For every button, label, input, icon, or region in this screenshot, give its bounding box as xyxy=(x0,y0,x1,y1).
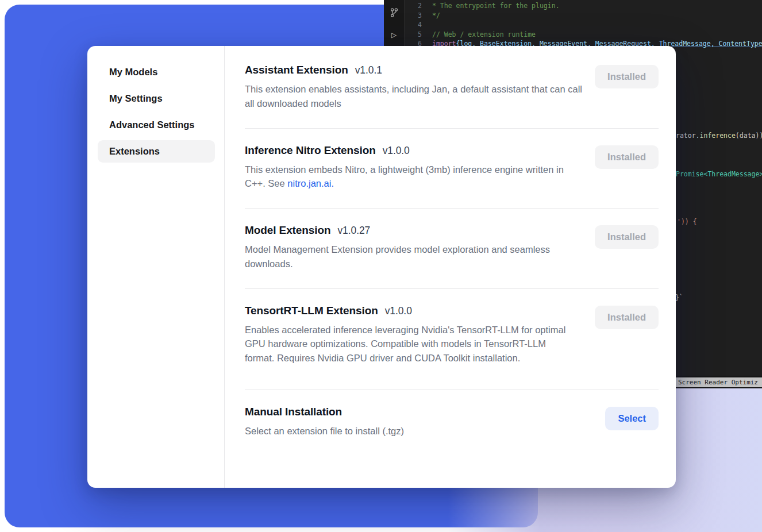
extension-version: v1.0.27 xyxy=(337,225,370,236)
extension-version: v1.0.1 xyxy=(355,64,382,76)
installed-button[interactable]: Installed xyxy=(595,225,659,249)
manual-installation-title: Manual Installation xyxy=(245,406,404,418)
line-number: 3 xyxy=(405,11,422,21)
extension-info: Assistant Extensionv1.0.1 This extension… xyxy=(245,64,585,111)
line-number: 4 xyxy=(405,20,422,30)
extension-name: Inference Nitro Extension xyxy=(245,144,376,156)
sidebar-item-advanced-settings[interactable]: Advanced Settings xyxy=(98,114,215,136)
extension-title: Assistant Extensionv1.0.1 xyxy=(245,64,585,76)
installed-button[interactable]: Installed xyxy=(595,145,659,169)
extension-title: Inference Nitro Extensionv1.0.0 xyxy=(245,144,585,157)
code-line: 3 */ xyxy=(405,11,762,21)
extension-info: Manual Installation Select an extension … xyxy=(245,406,404,438)
manual-installation-row: Manual Installation Select an extension … xyxy=(245,390,659,456)
extensions-panel: Assistant Extensionv1.0.1 This extension… xyxy=(225,46,676,488)
code-token: (data)); xyxy=(736,132,762,140)
extension-name: Assistant Extension xyxy=(245,64,348,76)
screen-reader-badge: Screen Reader Optimiz xyxy=(674,377,762,387)
extension-name: Model Extension xyxy=(245,224,330,236)
line-number: 2 xyxy=(405,1,422,11)
nitro-jan-ai-link[interactable]: nitro.jan.ai. xyxy=(287,178,334,188)
extension-name: TensortRT-LLM Extension xyxy=(245,304,378,317)
installed-button[interactable]: Installed xyxy=(595,306,659,329)
code-fragment: rator.inference(data)); xyxy=(676,132,762,140)
extension-description: This extension enables assistants, inclu… xyxy=(245,82,585,111)
extension-description: This extension embeds Nitro, a lightweig… xyxy=(245,163,585,191)
code-token: inference xyxy=(700,132,736,140)
sidebar-item-my-settings[interactable]: My Settings xyxy=(98,87,215,110)
extension-info: TensortRT-LLM Extensionv1.0.0 Enables ac… xyxy=(245,304,577,365)
extension-description: Enables accelerated inference leveraging… xyxy=(245,323,577,365)
manual-installation-description: Select an extension file to install (.tg… xyxy=(245,424,404,438)
extension-version: v1.0.0 xyxy=(385,305,412,317)
code-line: 5 // Web / extension runtime xyxy=(405,30,762,40)
extension-title: TensortRT-LLM Extensionv1.0.0 xyxy=(245,304,577,317)
extension-row-assistant: Assistant Extensionv1.0.1 This extension… xyxy=(245,48,659,129)
extension-title: Model Extensionv1.0.27 xyxy=(245,224,585,237)
sidebar-item-extensions[interactable]: Extensions xyxy=(98,140,215,163)
code-token: rator. xyxy=(676,132,700,140)
extension-description: Model Management Extension provides mode… xyxy=(245,242,585,271)
settings-sidebar: My Models My Settings Advanced Settings … xyxy=(87,46,225,488)
extension-info: Model Extensionv1.0.27 Model Management … xyxy=(245,224,585,271)
extension-info: Inference Nitro Extensionv1.0.0 This ext… xyxy=(245,144,585,191)
extension-row-model: Model Extensionv1.0.27 Model Management … xyxy=(245,209,659,289)
source-control-icon xyxy=(388,7,400,18)
code-line: 2 * The entrypoint for the plugin. xyxy=(405,1,762,11)
sidebar-item-my-models[interactable]: My Models xyxy=(98,61,215,83)
line-number: 5 xyxy=(405,30,422,40)
code-comment: */ xyxy=(432,11,440,21)
select-file-button[interactable]: Select xyxy=(605,407,659,430)
code-comment: * The entrypoint for the plugin. xyxy=(432,1,560,11)
code-lines: 2 * The entrypoint for the plugin. 3 */ … xyxy=(405,1,762,49)
run-debug-icon: ▷ xyxy=(388,29,400,40)
extension-row-tensorrt-llm: TensortRT-LLM Extensionv1.0.0 Enables ac… xyxy=(245,289,659,390)
settings-modal: My Models My Settings Advanced Settings … xyxy=(87,46,676,488)
code-comment: // Web / extension runtime xyxy=(432,30,536,40)
code-fragment: Promise<ThreadMessage> xyxy=(676,170,762,178)
code-line: 4 xyxy=(405,20,762,30)
extension-version: v1.0.0 xyxy=(383,145,410,156)
installed-button[interactable]: Installed xyxy=(595,65,659,88)
code-fragment: ')) { xyxy=(677,218,697,226)
extension-row-inference-nitro: Inference Nitro Extensionv1.0.0 This ext… xyxy=(245,129,659,209)
